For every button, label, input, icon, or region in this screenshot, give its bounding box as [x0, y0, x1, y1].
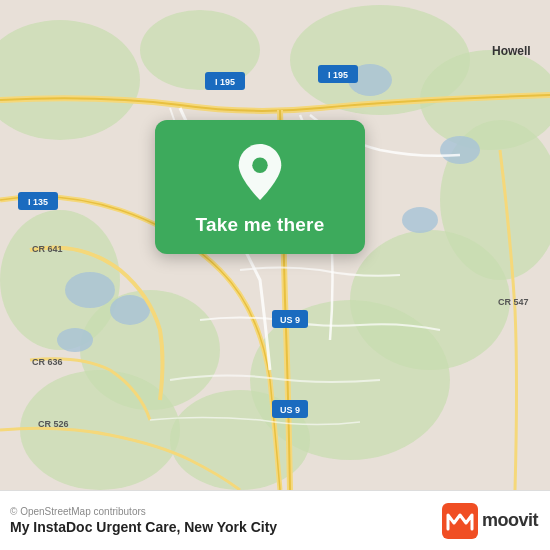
take-me-there-button[interactable]: Take me there — [196, 214, 325, 236]
bottom-bar: © OpenStreetMap contributors My InstaDoc… — [0, 490, 550, 550]
map-container: I 195 I 195 I 135 CR 641 CR 636 CR 526 U… — [0, 0, 550, 490]
svg-point-12 — [65, 272, 115, 308]
svg-point-17 — [402, 207, 438, 233]
svg-text:CR 526: CR 526 — [38, 419, 69, 429]
svg-text:CR 641: CR 641 — [32, 244, 63, 254]
svg-text:CR 547: CR 547 — [498, 297, 529, 307]
svg-text:US 9: US 9 — [280, 405, 300, 415]
moovit-icon — [442, 503, 478, 539]
svg-text:I 135: I 135 — [28, 197, 48, 207]
svg-text:I 195: I 195 — [328, 70, 348, 80]
svg-point-33 — [252, 157, 267, 172]
svg-point-16 — [440, 136, 480, 164]
location-card: Take me there — [155, 120, 365, 254]
svg-text:Howell: Howell — [492, 44, 531, 58]
location-pin-icon — [234, 142, 286, 202]
svg-text:CR 636: CR 636 — [32, 357, 63, 367]
bottom-left-info: © OpenStreetMap contributors My InstaDoc… — [10, 506, 277, 535]
location-name: My InstaDoc Urgent Care, New York City — [10, 519, 277, 535]
svg-point-10 — [20, 370, 180, 490]
copyright-text: © OpenStreetMap contributors — [10, 506, 277, 517]
moovit-logo: moovit — [442, 503, 538, 539]
svg-text:US 9: US 9 — [280, 315, 300, 325]
svg-point-14 — [57, 328, 93, 352]
moovit-brand-text: moovit — [482, 510, 538, 531]
svg-text:I 195: I 195 — [215, 77, 235, 87]
